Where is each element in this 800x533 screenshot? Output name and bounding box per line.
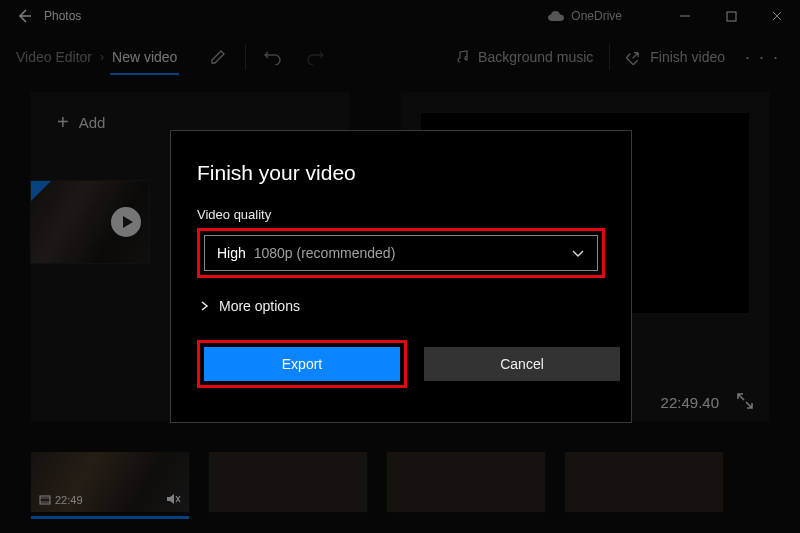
chevron-right-icon <box>199 300 209 312</box>
quality-value-rest: 1080p (recommended) <box>254 245 396 261</box>
export-icon <box>626 49 642 65</box>
preview-timecode: 22:49.40 <box>661 394 719 411</box>
undo-button[interactable] <box>252 37 294 77</box>
plus-icon: + <box>57 111 69 134</box>
clip-duration-badge: 22:49 <box>39 494 83 506</box>
breadcrumb-current[interactable]: New video <box>106 49 183 65</box>
background-music-label: Background music <box>478 49 593 65</box>
music-icon <box>454 49 470 65</box>
background-music-button[interactable]: Background music <box>444 49 603 65</box>
dialog-title: Finish your video <box>197 161 605 185</box>
titlebar: Photos OneDrive <box>0 0 800 32</box>
cancel-button[interactable]: Cancel <box>424 347 620 381</box>
finish-video-dialog: Finish your video Video quality High 108… <box>170 130 632 423</box>
minimize-button[interactable] <box>662 0 708 32</box>
more-options-toggle[interactable]: More options <box>197 298 605 314</box>
selected-corner-icon <box>31 181 51 201</box>
more-button[interactable]: · · · <box>735 47 790 68</box>
cancel-wrap: Cancel <box>417 340 627 388</box>
breadcrumb-root[interactable]: Video Editor <box>10 49 98 65</box>
add-label: Add <box>79 114 106 131</box>
play-icon <box>111 207 141 237</box>
mute-icon <box>165 492 181 506</box>
library-clip-thumbnail[interactable] <box>30 180 150 264</box>
export-button[interactable]: Export <box>204 347 400 381</box>
onedrive-status[interactable]: OneDrive <box>547 9 622 23</box>
svg-rect-1 <box>40 496 50 504</box>
back-button[interactable] <box>8 0 40 32</box>
dialog-button-row: Export Cancel <box>197 340 605 388</box>
cloud-icon <box>547 10 565 22</box>
quality-value-strong: High <box>217 245 246 261</box>
video-quality-label: Video quality <box>197 207 605 222</box>
storyboard-empty-slot[interactable] <box>564 451 724 513</box>
more-options-label: More options <box>219 298 300 314</box>
chevron-down-icon <box>571 248 585 258</box>
rename-button[interactable] <box>197 37 239 77</box>
fullscreen-button[interactable] <box>735 391 757 413</box>
finish-video-label: Finish video <box>650 49 725 65</box>
cancel-button-label: Cancel <box>500 356 544 372</box>
video-quality-select[interactable]: High 1080p (recommended) <box>204 235 598 271</box>
window-controls <box>662 0 800 32</box>
storyboard-empty-slot[interactable] <box>208 451 368 513</box>
cloud-label: OneDrive <box>571 9 622 23</box>
storyboard-clip[interactable]: 22:49 <box>30 451 190 513</box>
export-highlight: Export <box>197 340 407 388</box>
chevron-right-icon: › <box>98 50 106 64</box>
app-title: Photos <box>44 9 81 23</box>
svg-rect-0 <box>727 12 736 21</box>
quality-highlight: High 1080p (recommended) <box>197 228 605 278</box>
film-icon <box>39 495 51 505</box>
storyboard-empty-slot[interactable] <box>386 451 546 513</box>
redo-button[interactable] <box>294 37 336 77</box>
storyboard: 22:49 <box>30 451 770 521</box>
finish-video-button[interactable]: Finish video <box>616 49 735 65</box>
editor-toolbar: Video Editor › New video Background musi… <box>0 32 800 82</box>
close-button[interactable] <box>754 0 800 32</box>
clip-duration-text: 22:49 <box>55 494 83 506</box>
export-button-label: Export <box>282 356 322 372</box>
maximize-button[interactable] <box>708 0 754 32</box>
